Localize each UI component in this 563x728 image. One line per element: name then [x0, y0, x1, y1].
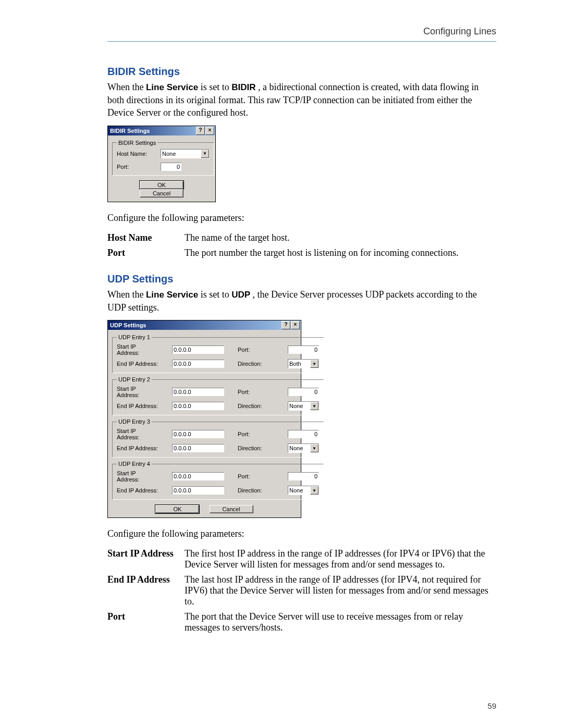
direction-value: None [289, 403, 303, 409]
chevron-down-icon: ▼ [310, 486, 319, 495]
bidir-group-legend: BIDIR Settings [117, 140, 157, 146]
hostname-label: Host Name: [117, 151, 157, 157]
help-icon[interactable]: ? [196, 127, 205, 135]
port-label: Port: [238, 473, 274, 479]
bidir-title: BIDIR Settings [107, 66, 496, 78]
line-service-term: Line Service [146, 82, 198, 92]
param-value: The port number the target host is liste… [185, 245, 459, 261]
close-icon[interactable]: × [291, 321, 300, 329]
bidir-dialog-title: BIDIR Settings [110, 128, 150, 134]
text: is set to [201, 289, 232, 300]
direction-select[interactable]: None ▼ [288, 443, 319, 453]
chevron-down-icon: ▼ [201, 150, 209, 158]
param-key: Port [107, 245, 185, 261]
end-ip-label: End IP Address: [117, 487, 158, 493]
udp-param-table: Start IP Address The first host IP addre… [107, 546, 496, 635]
start-ip-label: Start IP Address: [117, 343, 158, 356]
bidir-group: BIDIR Settings Host Name: None ▼ Port: [112, 140, 214, 176]
hostname-value: None [162, 151, 176, 157]
start-ip-input[interactable] [172, 346, 224, 354]
udp-entry-legend: UDP Entry 1 [117, 334, 152, 340]
direction-select[interactable]: None ▼ [288, 401, 319, 411]
port-input[interactable] [288, 430, 319, 438]
page-number: 59 [487, 701, 496, 710]
table-row: End IP Address The last host IP address … [107, 572, 496, 609]
ok-button[interactable]: OK [155, 505, 199, 513]
bidir-configure-line: Configure the following parameters: [107, 212, 496, 224]
cancel-button[interactable]: Cancel [140, 189, 183, 198]
end-ip-label: End IP Address: [117, 361, 158, 367]
chevron-down-icon: ▼ [310, 402, 319, 410]
start-ip-label: Start IP Address: [117, 470, 158, 483]
end-ip-input[interactable] [172, 402, 224, 410]
direction-select[interactable]: None ▼ [288, 486, 319, 495]
direction-value: None [289, 445, 303, 451]
port-label: Port: [238, 347, 274, 353]
direction-select[interactable]: Both ▼ [288, 359, 319, 368]
help-icon[interactable]: ? [282, 321, 290, 329]
udp-title: UDP Settings [107, 273, 496, 285]
header-rule [107, 41, 496, 42]
end-ip-label: End IP Address: [117, 445, 158, 451]
ok-button[interactable]: OK [140, 181, 183, 189]
direction-label: Direction: [238, 487, 274, 493]
direction-value: None [289, 487, 303, 493]
start-ip-label: Start IP Address: [117, 386, 158, 398]
start-ip-input[interactable] [172, 388, 224, 396]
udp-entry-2: UDP Entry 2 Start IP Address: Port: End … [112, 376, 324, 415]
udp-dialog: UDP Settings ? × UDP Entry 1 Start IP Ad… [107, 320, 301, 518]
param-key: Start IP Address [107, 546, 185, 572]
param-value: The last host IP address in the range of… [185, 572, 496, 609]
port-label: Port: [238, 431, 274, 437]
end-ip-input[interactable] [172, 486, 224, 495]
table-row: Port The port that the Device Server wil… [107, 609, 496, 635]
table-row: Start IP Address The first host IP addre… [107, 546, 496, 572]
udp-paragraph: When the Line Service is set to UDP , th… [107, 288, 496, 314]
cancel-button[interactable]: Cancel [210, 505, 253, 513]
udp-entry-legend: UDP Entry 3 [117, 418, 152, 425]
close-icon[interactable]: × [205, 127, 214, 135]
bidir-param-table: Host Name The name of the target host. P… [107, 230, 459, 261]
bidir-paragraph: When the Line Service is set to BIDIR , … [107, 81, 496, 119]
end-ip-label: End IP Address: [117, 403, 158, 409]
table-row: Port The port number the target host is … [107, 245, 459, 261]
start-ip-input[interactable] [172, 430, 224, 438]
param-value: The name of the target host. [185, 230, 459, 245]
direction-label: Direction: [238, 445, 274, 451]
direction-label: Direction: [238, 361, 274, 367]
param-value: The port that the Device Server will use… [185, 609, 496, 635]
udp-dialog-titlebar[interactable]: UDP Settings ? × [108, 320, 301, 330]
port-label: Port: [238, 389, 274, 395]
port-input[interactable] [288, 472, 319, 480]
end-ip-input[interactable] [172, 444, 224, 452]
start-ip-label: Start IP Address: [117, 428, 158, 440]
udp-dialog-title: UDP Settings [110, 322, 146, 328]
chevron-down-icon: ▼ [310, 444, 319, 452]
udp-entry-legend: UDP Entry 2 [117, 376, 152, 382]
port-input[interactable] [288, 388, 319, 396]
end-ip-input[interactable] [172, 360, 224, 368]
param-key: End IP Address [107, 572, 185, 609]
table-row: Host Name The name of the target host. [107, 230, 459, 245]
hostname-select[interactable]: None ▼ [161, 149, 210, 158]
port-input[interactable] [288, 346, 319, 354]
udp-entry-legend: UDP Entry 4 [117, 461, 152, 467]
start-ip-input[interactable] [172, 472, 224, 480]
direction-value: Both [289, 361, 301, 367]
page-header-right: Configuring Lines [107, 26, 496, 37]
udp-entry-1: UDP Entry 1 Start IP Address: Port: End … [112, 334, 324, 373]
param-value: The first host IP address in the range o… [185, 546, 496, 572]
port-input[interactable] [161, 163, 181, 171]
text: When the [107, 289, 146, 300]
line-service-term: Line Service [146, 290, 198, 300]
bidir-dialog-titlebar[interactable]: BIDIR Settings ? × [108, 126, 215, 135]
param-key: Port [107, 609, 185, 635]
udp-entry-4: UDP Entry 4 Start IP Address: Port: End … [112, 461, 324, 500]
port-label: Port: [117, 164, 157, 170]
udp-entry-3: UDP Entry 3 Start IP Address: Port: End … [112, 418, 324, 458]
text: is set to [201, 82, 232, 92]
text: When the [107, 82, 146, 92]
udp-term: UDP [231, 290, 250, 300]
bidir-dialog: BIDIR Settings ? × BIDIR Settings Host N… [107, 126, 216, 202]
bidir-term: BIDIR [231, 82, 255, 92]
